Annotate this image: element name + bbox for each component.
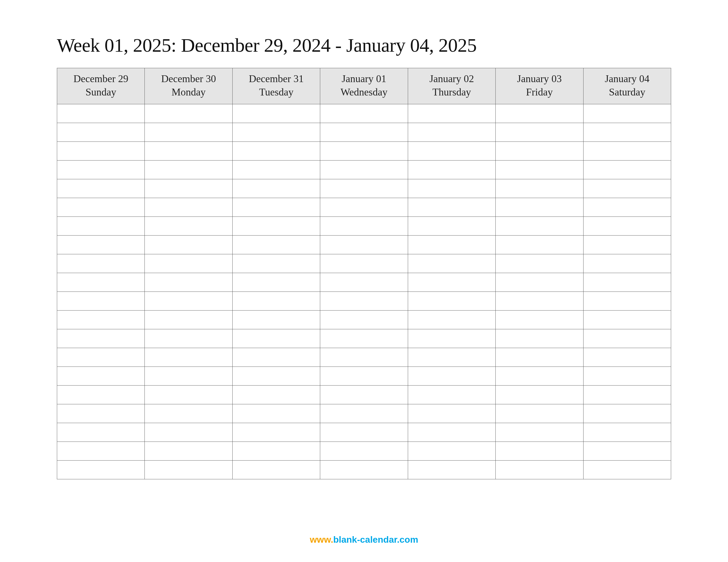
calendar-cell[interactable] (232, 348, 320, 366)
calendar-cell[interactable] (583, 273, 671, 291)
calendar-cell[interactable] (583, 329, 671, 348)
calendar-cell[interactable] (496, 348, 583, 366)
calendar-cell[interactable] (57, 160, 145, 179)
calendar-cell[interactable] (496, 217, 583, 235)
calendar-cell[interactable] (145, 273, 232, 291)
calendar-cell[interactable] (408, 123, 495, 142)
calendar-cell[interactable] (496, 385, 583, 404)
calendar-cell[interactable] (408, 460, 495, 479)
calendar-cell[interactable] (320, 348, 408, 366)
calendar-cell[interactable] (408, 291, 495, 310)
calendar-cell[interactable] (496, 235, 583, 254)
calendar-cell[interactable] (496, 441, 583, 460)
calendar-cell[interactable] (145, 441, 232, 460)
calendar-cell[interactable] (232, 441, 320, 460)
calendar-cell[interactable] (320, 123, 408, 142)
calendar-cell[interactable] (583, 104, 671, 123)
calendar-cell[interactable] (232, 104, 320, 123)
calendar-cell[interactable] (496, 291, 583, 310)
calendar-cell[interactable] (583, 179, 671, 198)
calendar-cell[interactable] (232, 423, 320, 441)
calendar-cell[interactable] (408, 385, 495, 404)
calendar-cell[interactable] (57, 310, 145, 329)
calendar-cell[interactable] (57, 179, 145, 198)
calendar-cell[interactable] (57, 441, 145, 460)
calendar-cell[interactable] (320, 310, 408, 329)
calendar-cell[interactable] (408, 273, 495, 291)
calendar-cell[interactable] (583, 160, 671, 179)
calendar-cell[interactable] (496, 198, 583, 217)
calendar-cell[interactable] (57, 142, 145, 160)
calendar-cell[interactable] (583, 123, 671, 142)
calendar-cell[interactable] (583, 198, 671, 217)
calendar-cell[interactable] (496, 329, 583, 348)
calendar-cell[interactable] (583, 254, 671, 273)
calendar-cell[interactable] (232, 254, 320, 273)
calendar-cell[interactable] (57, 460, 145, 479)
calendar-cell[interactable] (320, 366, 408, 385)
calendar-cell[interactable] (408, 329, 495, 348)
calendar-cell[interactable] (583, 142, 671, 160)
calendar-cell[interactable] (145, 217, 232, 235)
calendar-cell[interactable] (496, 273, 583, 291)
calendar-cell[interactable] (320, 291, 408, 310)
calendar-cell[interactable] (408, 104, 495, 123)
calendar-cell[interactable] (496, 179, 583, 198)
calendar-cell[interactable] (583, 291, 671, 310)
calendar-cell[interactable] (320, 217, 408, 235)
calendar-cell[interactable] (320, 179, 408, 198)
calendar-cell[interactable] (496, 366, 583, 385)
calendar-cell[interactable] (408, 404, 495, 423)
calendar-cell[interactable] (320, 423, 408, 441)
calendar-cell[interactable] (232, 273, 320, 291)
calendar-cell[interactable] (57, 404, 145, 423)
calendar-cell[interactable] (320, 273, 408, 291)
calendar-cell[interactable] (408, 235, 495, 254)
calendar-cell[interactable] (320, 142, 408, 160)
calendar-cell[interactable] (408, 423, 495, 441)
calendar-cell[interactable] (320, 385, 408, 404)
calendar-cell[interactable] (232, 291, 320, 310)
calendar-cell[interactable] (145, 310, 232, 329)
calendar-cell[interactable] (232, 366, 320, 385)
calendar-cell[interactable] (496, 423, 583, 441)
calendar-cell[interactable] (57, 123, 145, 142)
calendar-cell[interactable] (145, 104, 232, 123)
calendar-cell[interactable] (583, 385, 671, 404)
calendar-cell[interactable] (145, 404, 232, 423)
calendar-cell[interactable] (145, 179, 232, 198)
calendar-cell[interactable] (232, 160, 320, 179)
calendar-cell[interactable] (320, 198, 408, 217)
calendar-cell[interactable] (232, 460, 320, 479)
calendar-cell[interactable] (145, 423, 232, 441)
calendar-cell[interactable] (57, 291, 145, 310)
calendar-cell[interactable] (320, 441, 408, 460)
calendar-cell[interactable] (145, 142, 232, 160)
calendar-cell[interactable] (408, 217, 495, 235)
calendar-cell[interactable] (232, 142, 320, 160)
calendar-cell[interactable] (232, 385, 320, 404)
calendar-cell[interactable] (408, 198, 495, 217)
calendar-cell[interactable] (408, 310, 495, 329)
calendar-cell[interactable] (57, 366, 145, 385)
calendar-cell[interactable] (57, 235, 145, 254)
calendar-cell[interactable] (57, 104, 145, 123)
calendar-cell[interactable] (232, 217, 320, 235)
calendar-cell[interactable] (232, 123, 320, 142)
calendar-cell[interactable] (145, 235, 232, 254)
calendar-cell[interactable] (496, 404, 583, 423)
calendar-cell[interactable] (145, 198, 232, 217)
calendar-cell[interactable] (145, 123, 232, 142)
calendar-cell[interactable] (583, 404, 671, 423)
calendar-cell[interactable] (320, 460, 408, 479)
calendar-cell[interactable] (232, 179, 320, 198)
calendar-cell[interactable] (408, 348, 495, 366)
calendar-cell[interactable] (320, 329, 408, 348)
calendar-cell[interactable] (232, 329, 320, 348)
calendar-cell[interactable] (496, 123, 583, 142)
calendar-cell[interactable] (408, 254, 495, 273)
calendar-cell[interactable] (496, 160, 583, 179)
calendar-cell[interactable] (408, 366, 495, 385)
calendar-cell[interactable] (57, 273, 145, 291)
calendar-cell[interactable] (496, 310, 583, 329)
